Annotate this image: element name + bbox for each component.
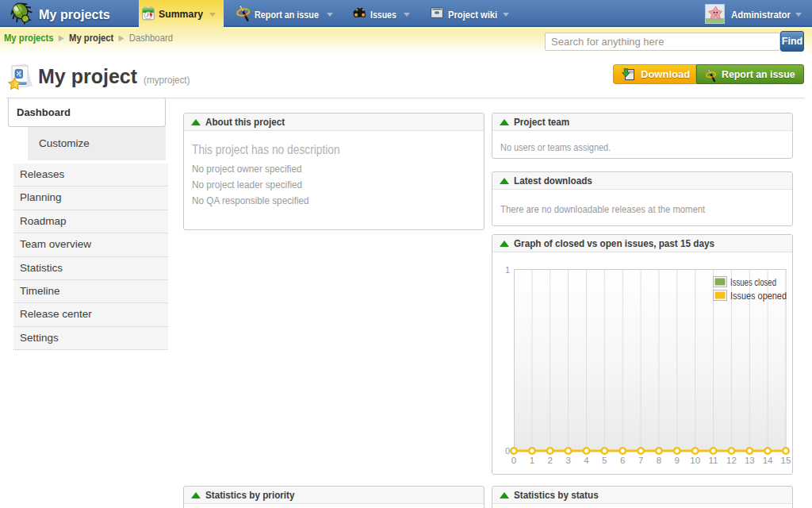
svg-text:6: 6 <box>620 456 625 465</box>
svg-text:9: 9 <box>675 456 680 465</box>
svg-text:5: 5 <box>602 456 607 465</box>
svg-text:0: 0 <box>511 456 516 465</box>
svg-text:13: 13 <box>745 456 755 465</box>
svg-text:11: 11 <box>709 456 718 465</box>
svg-text:3: 3 <box>565 456 570 465</box>
svg-text:1: 1 <box>530 456 534 465</box>
svg-text:7: 7 <box>638 456 643 465</box>
svg-text:0: 0 <box>505 446 510 456</box>
svg-text:15: 15 <box>781 456 791 465</box>
svg-text:Issues opened: Issues opened <box>730 291 787 302</box>
svg-text:8: 8 <box>657 456 661 465</box>
svg-text:12: 12 <box>726 456 737 465</box>
svg-text:2: 2 <box>547 456 552 465</box>
svg-text:1: 1 <box>505 265 510 275</box>
svg-text:Issues closed: Issues closed <box>730 277 776 288</box>
svg-text:10: 10 <box>690 456 700 465</box>
svg-text:14: 14 <box>763 456 773 465</box>
svg-text:4: 4 <box>584 456 589 465</box>
